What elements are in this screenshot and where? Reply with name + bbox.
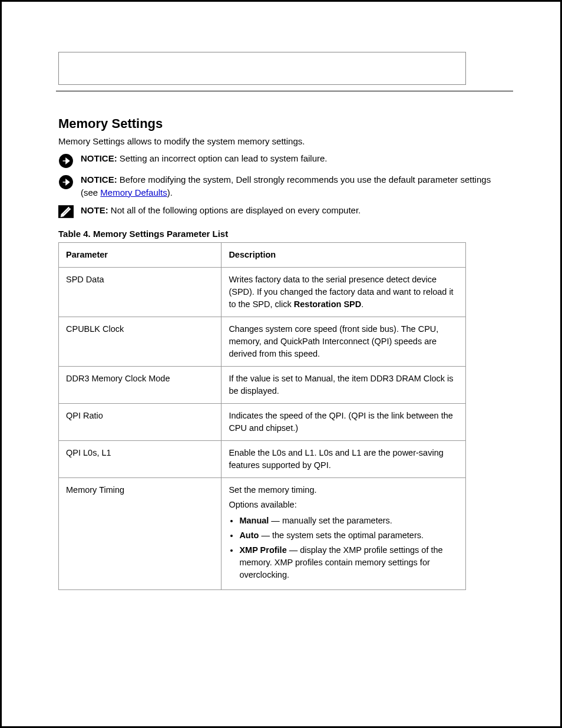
memory-defaults-link[interactable]: Memory Defaults [100, 187, 167, 197]
table-row: Memory Timing Set the memory timing. Opt… [59, 477, 466, 589]
desc-cell: Enable the L0s and L1. L0s and L1 are th… [222, 440, 466, 477]
notice-2-after: ). [167, 187, 173, 197]
desc-cell: If the value is set to Manual, the item … [222, 366, 466, 403]
list-item: Manual — manually set the parameters. [239, 515, 458, 527]
list-item: XMP Profile — display the XMP profile se… [239, 544, 458, 581]
section-title: Memory Settings [58, 116, 507, 131]
options-list: Manual — manually set the parameters. Au… [229, 515, 458, 581]
horizontal-rule [56, 91, 513, 91]
param-cell: SPD Data [59, 267, 222, 317]
note: NOTE: Not all of the following options a… [58, 204, 507, 218]
desc-cell: Indicates the speed of the QPI. (QPI is … [222, 403, 466, 440]
notice-2-label: NOTICE: [81, 174, 117, 185]
table-row: DDR3 Memory Clock Mode If the value is s… [59, 366, 466, 403]
intro-text: Memory Settings allows to modify the sys… [58, 136, 507, 146]
arrow-circle-icon [58, 174, 74, 190]
param-cell: QPI L0s, L1 [59, 440, 222, 477]
table-row: QPI L0s, L1 Enable the L0s and L1. L0s a… [59, 440, 466, 477]
param-cell: CPUBLK Clock [59, 317, 222, 366]
table-caption: Table 4. Memory Settings Parameter List [58, 229, 507, 239]
desc-cell: Set the memory timing. Options available… [222, 477, 466, 589]
notice-2: NOTICE: Before modifying the system, Del… [58, 173, 507, 199]
notice-1: NOTICE: Setting an incorrect option can … [58, 152, 507, 169]
desc-cell: Writes factory data to the serial presen… [222, 267, 466, 317]
parameter-table: Parameter Description SPD Data Writes fa… [58, 242, 466, 590]
pencil-note-icon [58, 205, 74, 218]
top-placeholder-box [58, 52, 466, 85]
th-description: Description [222, 242, 466, 267]
param-cell: QPI Ratio [59, 403, 222, 440]
table-row: QPI Ratio Indicates the speed of the QPI… [59, 403, 466, 440]
notice-1-text: NOTICE: Setting an incorrect option can … [81, 152, 507, 165]
note-body: Not all of the following options are dis… [108, 205, 361, 215]
desc-cell: Changes system core speed (front side bu… [222, 317, 466, 366]
note-text: NOTE: Not all of the following options a… [81, 204, 507, 217]
notice-1-label: NOTICE: [81, 153, 117, 163]
th-parameter: Parameter [59, 242, 222, 267]
param-cell: DDR3 Memory Clock Mode [59, 366, 222, 403]
table-row: SPD Data Writes factory data to the seri… [59, 267, 466, 317]
notice-2-text: NOTICE: Before modifying the system, Del… [81, 173, 507, 199]
arrow-circle-icon [58, 153, 74, 169]
list-item: Auto — the system sets the optimal param… [239, 529, 458, 542]
param-cell: Memory Timing [59, 477, 222, 589]
table-row: CPUBLK Clock Changes system core speed (… [59, 317, 466, 366]
table-header-row: Parameter Description [59, 242, 466, 267]
notice-1-body: Setting an incorrect option can lead to … [117, 153, 328, 163]
note-label: NOTE: [81, 205, 108, 215]
